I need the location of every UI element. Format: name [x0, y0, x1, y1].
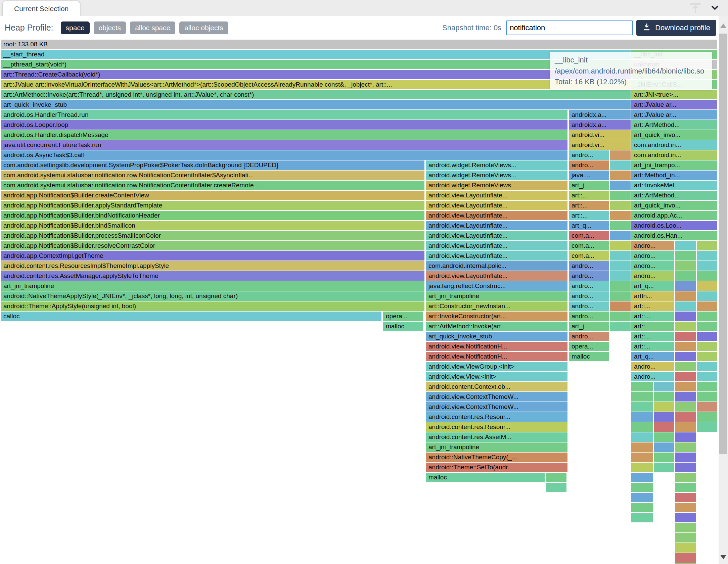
flame-bar[interactable]: art_jni_trampo... — [631, 160, 717, 170]
flame-bar[interactable]: art::ArtMethod::Invoke(art... — [426, 322, 567, 331]
flame-bar-root[interactable]: root: 133.08 KB — [1, 40, 717, 49]
flame-bar[interactable] — [675, 312, 696, 321]
flame-bar[interactable]: android.widget.RemoteViews... — [426, 160, 567, 170]
flame-bar[interactable] — [631, 412, 653, 422]
flame-bar[interactable]: opera... — [383, 312, 423, 321]
flame-bar[interactable]: art_jni_trampoline — [426, 291, 567, 301]
flame-bar[interactable]: android.content.Context.ob... — [426, 382, 567, 391]
flame-bar[interactable] — [675, 392, 696, 402]
flame-bar[interactable] — [631, 463, 653, 472]
flame-bar[interactable]: calloc — [1, 312, 381, 321]
flame-bar[interactable] — [675, 402, 696, 412]
flame-bar[interactable]: java.... — [569, 171, 609, 180]
flame-bar[interactable] — [654, 432, 674, 442]
flame-bar[interactable] — [631, 453, 653, 462]
flame-bar[interactable] — [697, 412, 717, 422]
flame-bar[interactable]: java.lang.reflect.Construc... — [426, 281, 567, 291]
flame-bar[interactable]: art_quick_invoke_stub — [1, 100, 631, 109]
flame-bar[interactable]: android.view.LayoutInflate... — [426, 251, 567, 261]
flame-bar[interactable]: art::ArtMethod... — [631, 120, 717, 130]
flame-bar[interactable] — [675, 422, 696, 432]
flame-bar[interactable] — [697, 322, 717, 331]
flame-bar[interactable]: android.vi... — [569, 140, 631, 150]
flame-bar[interactable] — [697, 372, 717, 381]
flame-bar[interactable] — [631, 402, 653, 412]
flame-bar[interactable] — [631, 503, 653, 512]
flame-bar[interactable] — [675, 533, 696, 543]
flame-bar[interactable]: andro... — [569, 301, 609, 311]
flame-bar[interactable]: art_quick_invoke_stub — [426, 332, 567, 341]
flame-bar[interactable]: art::... — [631, 312, 674, 321]
flame-bar[interactable]: com.a... — [569, 251, 609, 261]
flame-bar[interactable] — [675, 473, 696, 482]
flame-bar[interactable]: andro... — [569, 332, 609, 341]
flame-bar[interactable]: andro... — [631, 251, 674, 261]
flame-bar[interactable] — [675, 271, 696, 281]
flame-bar[interactable] — [675, 432, 696, 442]
flame-bar[interactable] — [675, 251, 696, 261]
flame-bar[interactable]: android.app.ContextImpl.getTheme — [1, 251, 424, 261]
flame-bar[interactable]: andro... — [569, 271, 609, 281]
flame-bar[interactable]: android.view.ContextThemeW... — [426, 392, 567, 402]
flame-bar[interactable]: malloc — [569, 352, 609, 361]
flame-bar[interactable] — [610, 301, 631, 311]
flame-bar[interactable] — [631, 432, 653, 442]
flame-bar[interactable] — [631, 392, 653, 402]
mode-button-alloc-space[interactable]: alloc space — [130, 21, 175, 34]
flame-bar[interactable]: art::JValue ar... — [631, 100, 717, 109]
flame-bar[interactable] — [697, 362, 717, 371]
flame-bar[interactable] — [697, 241, 717, 250]
flame-bar[interactable]: art::InvokeMet... — [631, 181, 717, 190]
flame-bar[interactable] — [675, 543, 696, 553]
flame-bar[interactable]: andro... — [569, 261, 609, 271]
flame-bar[interactable]: androidx.a... — [569, 110, 631, 120]
flame-bar[interactable] — [675, 362, 696, 371]
flame-bar[interactable]: art_q... — [569, 221, 609, 230]
flame-bar[interactable]: android.view.NotificationH... — [426, 352, 567, 361]
scroll-down-icon[interactable] — [720, 555, 726, 559]
flame-bar[interactable]: android.os.Han... — [631, 231, 717, 240]
flame-bar[interactable]: android.content.res.AssetM... — [426, 432, 567, 442]
flame-bar[interactable]: art_q... — [631, 281, 674, 291]
flame-bar[interactable] — [610, 160, 631, 170]
download-profile-button[interactable]: Download profile — [636, 20, 716, 36]
flame-bar[interactable]: art::InvokeConstructor(art... — [426, 312, 567, 321]
flame-bar[interactable]: android.view.ViewGroup.<init> — [426, 362, 567, 371]
flame-bar[interactable] — [610, 312, 631, 321]
flame-bar[interactable] — [610, 281, 631, 291]
flame-bar[interactable]: artIn... — [631, 291, 674, 301]
flame-bar[interactable]: art_q... — [631, 352, 674, 361]
flame-bar[interactable]: art::ArtMethod... — [631, 191, 717, 200]
flame-bar[interactable] — [654, 442, 674, 452]
flame-bar[interactable]: andro... — [569, 150, 609, 160]
flame-bar[interactable]: android.app.Ac... — [631, 211, 717, 220]
flame-bar[interactable] — [631, 422, 653, 432]
flame-bar[interactable] — [675, 553, 696, 563]
flame-bar[interactable] — [675, 332, 696, 341]
flame-bar[interactable] — [675, 483, 696, 492]
flame-bar[interactable]: android.view.LayoutInflate... — [426, 211, 567, 220]
flame-bar[interactable]: com.android.systemui.statusbar.notificat… — [1, 181, 424, 190]
flame-bar[interactable]: android.view.ContextThemeW... — [426, 402, 567, 412]
flame-bar[interactable]: art::... — [631, 342, 674, 351]
mode-button-objects[interactable]: objects — [94, 21, 126, 34]
flame-bar[interactable] — [675, 241, 696, 250]
flame-bar[interactable] — [610, 261, 631, 271]
scrollbar-thumb[interactable] — [719, 34, 727, 454]
flame-bar[interactable] — [610, 251, 631, 261]
flame-bar[interactable]: __start_thread — [1, 50, 631, 59]
flame-bar[interactable]: art::... — [569, 191, 609, 200]
flame-bar[interactable]: android.app.Notification$Builder.process… — [1, 231, 424, 240]
flame-bar[interactable]: android.app.Notification$Builder.createC… — [1, 191, 424, 200]
flame-bar[interactable]: com.a... — [569, 241, 609, 250]
flame-bar[interactable] — [631, 473, 653, 482]
flame-bar[interactable]: andro... — [569, 291, 609, 301]
flame-bar[interactable] — [675, 453, 696, 462]
flame-bar[interactable]: android::NativeThemeCopy(_... — [426, 453, 567, 462]
flame-bar[interactable]: art::... — [631, 301, 674, 311]
flame-bar[interactable] — [675, 281, 696, 291]
flame-bar[interactable]: android.vi... — [569, 130, 631, 140]
flame-bar[interactable]: art::Thread::CreateCallback(void*) — [1, 70, 631, 79]
flame-bar[interactable]: android.app.Notification$Builder.bindNot… — [1, 211, 424, 220]
flame-bar[interactable] — [675, 342, 696, 351]
